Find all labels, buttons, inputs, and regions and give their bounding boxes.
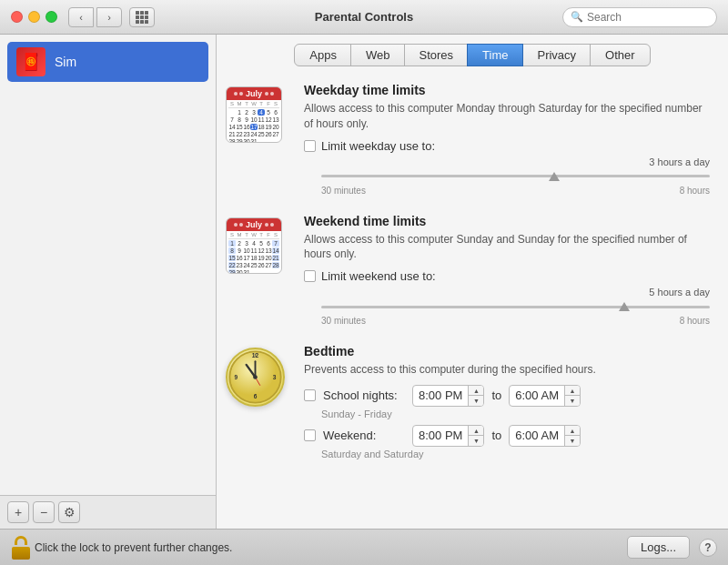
window-title: Parental Controls [315, 10, 413, 24]
tab-time[interactable]: Time [467, 44, 523, 66]
remove-user-button[interactable]: − [33, 501, 55, 523]
grid-icon [136, 11, 148, 24]
cal-days-header: SMTWTFS [228, 101, 279, 108]
maximize-button[interactable] [46, 11, 57, 23]
sidebar-content: 🧧 Sim [0, 35, 216, 495]
main-layout: 🧧 Sim + − ⚙ Apps Web Stores Time Privacy… [0, 35, 728, 529]
weekday-slider-labels: 30 minutes 8 hours [321, 186, 710, 196]
school-nights-to-up[interactable]: ▲ [565, 386, 580, 396]
weekday-calendar-icon: July SMTWTFS 123456 78910111213 14151617… [226, 86, 291, 143]
weekend-section: July SMTWTFS 1234567 891011121314 151617… [226, 214, 710, 327]
school-nights-sublabel: Sunday - Friday [321, 409, 710, 419]
weekend-slider[interactable] [321, 299, 710, 314]
weekday-desc: Allows access to this computer Monday th… [304, 101, 710, 132]
tab-stores[interactable]: Stores [404, 44, 470, 66]
titlebar: ‹ › Parental Controls 🔍 [0, 0, 728, 35]
clock-icon-wrap: 12 3 6 9 [226, 348, 291, 407]
search-box[interactable]: 🔍 [562, 7, 717, 27]
minimize-button[interactable] [28, 11, 40, 23]
sidebar-actions: + − ⚙ [0, 495, 216, 529]
clock-icon: 12 3 6 9 [226, 348, 285, 407]
bedtime-body: Bedtime Prevents access to this computer… [304, 344, 710, 463]
svg-text:3: 3 [273, 374, 277, 380]
weekend-from-down[interactable]: ▼ [469, 436, 483, 446]
bedtime-desc: Prevents access to this computer during … [304, 362, 710, 378]
weekend-checkbox-row: Limit weekend use to: [304, 269, 710, 283]
school-nights-from-arrows: ▲ ▼ [468, 386, 483, 406]
weekend-to-down[interactable]: ▼ [565, 436, 580, 446]
logs-button[interactable]: Logs... [627, 536, 690, 559]
cal-month-label: July [246, 89, 262, 98]
scroll-content: July SMTWTFS 123456 78910111213 14151617… [217, 74, 728, 529]
school-nights-checkbox[interactable] [304, 389, 316, 401]
bedtime-title: Bedtime [304, 344, 710, 358]
svg-text:9: 9 [235, 374, 238, 380]
svg-point-9 [253, 375, 258, 379]
weekend-from-value: 8:00 PM [413, 429, 468, 442]
weekend-from-up[interactable]: ▲ [469, 426, 483, 436]
content-area: Apps Web Stores Time Privacy Other July [217, 35, 728, 529]
weekend-to-picker[interactable]: 6:00 AM ▲ ▼ [509, 425, 581, 447]
weekday-checkbox-label: Limit weekday use to: [321, 139, 435, 153]
weekday-slider-label: 3 hours a day [321, 156, 710, 167]
close-button[interactable] [11, 11, 23, 23]
weekend-checkbox[interactable] [304, 270, 316, 282]
tab-web[interactable]: Web [350, 44, 406, 66]
weekday-slider[interactable] [321, 169, 710, 184]
weekend-slider-label: 5 hours a day [321, 287, 710, 298]
weekday-checkbox[interactable] [304, 140, 316, 152]
weekday-slider-area: 3 hours a day 30 minutes 8 hours [321, 156, 710, 196]
weekend-to-value: 6:00 AM [510, 429, 564, 442]
weekend-cal-header: July [227, 218, 281, 231]
bottom-bar: Click the lock to prevent further change… [0, 529, 728, 565]
grid-button[interactable] [129, 7, 155, 27]
settings-button[interactable]: ⚙ [58, 501, 80, 523]
cal-month-header: July [227, 87, 281, 100]
add-user-button[interactable]: + [7, 501, 29, 523]
weekday-title: Weekday time limits [304, 83, 710, 97]
user-item-sim[interactable]: 🧧 Sim [7, 42, 208, 82]
traffic-lights [11, 11, 57, 23]
cal-body: SMTWTFS 123456 78910111213 1415161718192… [227, 100, 281, 143]
back-button[interactable]: ‹ [68, 7, 94, 27]
weekend-sublabel: Saturday and Saturday [321, 449, 710, 459]
school-nights-to-picker[interactable]: 6:00 AM ▲ ▼ [509, 385, 581, 407]
weekend-calendar-icon: July SMTWTFS 1234567 891011121314 151617… [226, 217, 291, 274]
tab-privacy[interactable]: Privacy [521, 44, 592, 66]
school-nights-from-down[interactable]: ▼ [469, 396, 483, 406]
weekend-slider-thumb [619, 302, 630, 311]
lock-icon-wrap[interactable]: Click the lock to prevent further change… [11, 536, 232, 560]
lock-icon [11, 536, 31, 560]
weekend-min-label: 30 minutes [321, 316, 366, 326]
school-nights-from-picker[interactable]: 8:00 PM ▲ ▼ [412, 385, 484, 407]
school-nights-to-value: 6:00 AM [510, 388, 564, 402]
school-nights-label: School nights: [323, 388, 405, 402]
weekend-slider-labels: 30 minutes 8 hours [321, 316, 710, 326]
weekend-to-up[interactable]: ▲ [565, 426, 580, 436]
search-input[interactable] [587, 11, 709, 24]
weekday-slider-thumb [549, 172, 560, 181]
weekend-title: Weekend time limits [304, 214, 710, 228]
weekday-max-label: 8 hours [680, 186, 710, 196]
weekend-slider-area: 5 hours a day 30 minutes 8 hours [321, 287, 710, 326]
search-icon: 🔍 [571, 11, 583, 23]
school-nights-to-down[interactable]: ▼ [565, 396, 580, 406]
weekend-cal-days: SMTWTFS [228, 232, 279, 239]
lock-text: Click the lock to prevent further change… [35, 541, 232, 554]
forward-button[interactable]: › [96, 7, 122, 27]
tabs-bar: Apps Web Stores Time Privacy Other [217, 35, 728, 74]
tab-apps[interactable]: Apps [294, 44, 352, 66]
weekend-bedtime-label: Weekend: [323, 429, 405, 442]
weekday-body: Weekday time limits Allows access to thi… [304, 83, 710, 196]
weekday-slider-track [321, 175, 710, 177]
school-nights-to-arrows: ▲ ▼ [564, 386, 580, 406]
to-label-2: to [491, 429, 501, 442]
weekend-from-picker[interactable]: 8:00 PM ▲ ▼ [412, 425, 484, 447]
nav-buttons: ‹ › [68, 7, 122, 27]
help-button[interactable]: ? [699, 539, 717, 557]
weekend-bedtime-checkbox[interactable] [304, 429, 316, 441]
weekend-cal-body: SMTWTFS 1234567 891011121314 15161718192… [227, 231, 281, 274]
lock-shackle [15, 536, 27, 545]
tab-other[interactable]: Other [590, 44, 651, 66]
school-nights-from-up[interactable]: ▲ [469, 386, 483, 396]
